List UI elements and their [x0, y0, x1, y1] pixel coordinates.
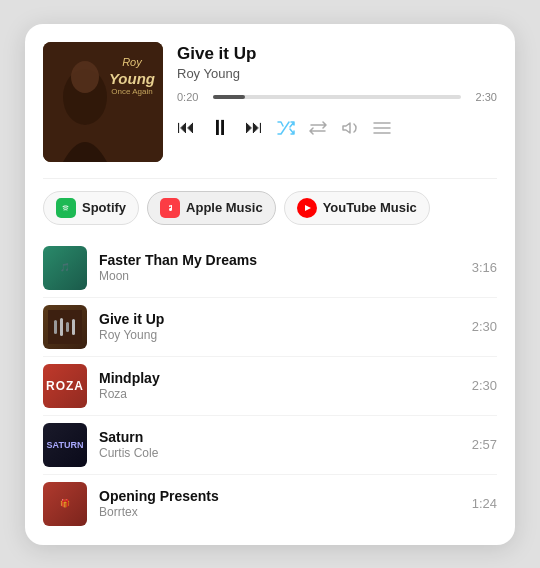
track-row-info-3: Mindplay Roza: [99, 370, 453, 401]
track-row-title-3: Mindplay: [99, 370, 453, 386]
track-thumb-5: 🎁: [43, 482, 87, 526]
progress-fill: [213, 95, 245, 99]
svg-rect-15: [72, 319, 75, 335]
track-row-duration-5: 1:24: [465, 496, 497, 511]
progress-total: 2:30: [469, 91, 497, 103]
track-row-duration-4: 2:57: [465, 437, 497, 452]
album-art: Roy Young Once Again: [43, 42, 163, 162]
shuffle-button[interactable]: [277, 121, 295, 135]
track-list: 🎵 Faster Than My Dreams Moon 3:16: [43, 239, 497, 533]
track-row-info-1: Faster Than My Dreams Moon: [99, 252, 453, 283]
apple-music-icon: [160, 198, 180, 218]
svg-rect-8: [163, 201, 177, 215]
track-thumb-2: [43, 305, 87, 349]
album-line1: Roy: [122, 56, 142, 68]
pause-button[interactable]: ⏸: [209, 115, 231, 141]
volume-button[interactable]: [341, 121, 359, 135]
track-row-duration-2: 2:30: [465, 319, 497, 334]
track-row-info-5: Opening Presents Borrtex: [99, 488, 453, 519]
volume-icon: [341, 121, 359, 135]
track-row-artist-5: Borrtex: [99, 505, 453, 519]
youtube-music-icon: [297, 198, 317, 218]
tab-spotify[interactable]: Spotify: [43, 191, 139, 225]
svg-rect-12: [54, 320, 57, 334]
track-row-info-4: Saturn Curtis Cole: [99, 429, 453, 460]
track-row-title-5: Opening Presents: [99, 488, 453, 504]
track-row-title-2: Give it Up: [99, 311, 453, 327]
track-row[interactable]: Give it Up Roy Young 2:30: [43, 297, 497, 356]
tab-youtube-music[interactable]: YouTube Music: [284, 191, 430, 225]
service-tabs: Spotify Apple Music YouTube Music: [43, 191, 497, 225]
spotify-label: Spotify: [82, 200, 126, 215]
repeat-button[interactable]: [309, 121, 327, 135]
track-row-title-1: Faster Than My Dreams: [99, 252, 453, 268]
apple-music-label: Apple Music: [186, 200, 263, 215]
track-row[interactable]: SATURN Saturn Curtis Cole 2:57: [43, 415, 497, 474]
tab-apple-music[interactable]: Apple Music: [147, 191, 276, 225]
main-card: Roy Young Once Again Give it Up Roy Youn…: [25, 24, 515, 545]
track-thumb-4: SATURN: [43, 423, 87, 467]
divider: [43, 178, 497, 179]
track-row-artist-4: Curtis Cole: [99, 446, 453, 460]
spotify-icon: [56, 198, 76, 218]
track-row[interactable]: 🎁 Opening Presents Borrtex 1:24: [43, 474, 497, 533]
track-title: Give it Up: [177, 44, 497, 64]
track-row-info-2: Give it Up Roy Young: [99, 311, 453, 342]
track-row-artist-3: Roza: [99, 387, 453, 401]
track-row-title-4: Saturn: [99, 429, 453, 445]
track-info: Give it Up Roy Young 0:20 2:30 ⏮ ⏸ ⏭: [177, 42, 497, 141]
track-row-duration-3: 2:30: [465, 378, 497, 393]
svg-rect-13: [60, 318, 63, 336]
queue-button[interactable]: [373, 121, 391, 135]
track-row-duration-1: 3:16: [465, 260, 497, 275]
rewind-button[interactable]: ⏮: [177, 117, 195, 138]
svg-rect-11: [48, 310, 82, 344]
shuffle-icon: [277, 121, 295, 135]
album-line3: Once Again: [109, 87, 155, 96]
progress-current: 0:20: [177, 91, 205, 103]
track-row[interactable]: 🎵 Faster Than My Dreams Moon 3:16: [43, 239, 497, 297]
track-row-artist-2: Roy Young: [99, 328, 453, 342]
track-row[interactable]: ROZA Mindplay Roza 2:30: [43, 356, 497, 415]
track-thumb-3: ROZA: [43, 364, 87, 408]
now-playing-section: Roy Young Once Again Give it Up Roy Youn…: [43, 42, 497, 162]
svg-rect-14: [66, 322, 69, 332]
forward-button[interactable]: ⏭: [245, 117, 263, 138]
progress-row: 0:20 2:30: [177, 91, 497, 103]
youtube-music-label: YouTube Music: [323, 200, 417, 215]
progress-bar[interactable]: [213, 95, 461, 99]
repeat-icon: [309, 121, 327, 135]
track-thumb-1: 🎵: [43, 246, 87, 290]
track-artist: Roy Young: [177, 66, 497, 81]
album-line2: Young: [109, 70, 155, 87]
track-row-artist-1: Moon: [99, 269, 453, 283]
controls-row: ⏮ ⏸ ⏭: [177, 115, 497, 141]
queue-icon: [373, 121, 391, 135]
